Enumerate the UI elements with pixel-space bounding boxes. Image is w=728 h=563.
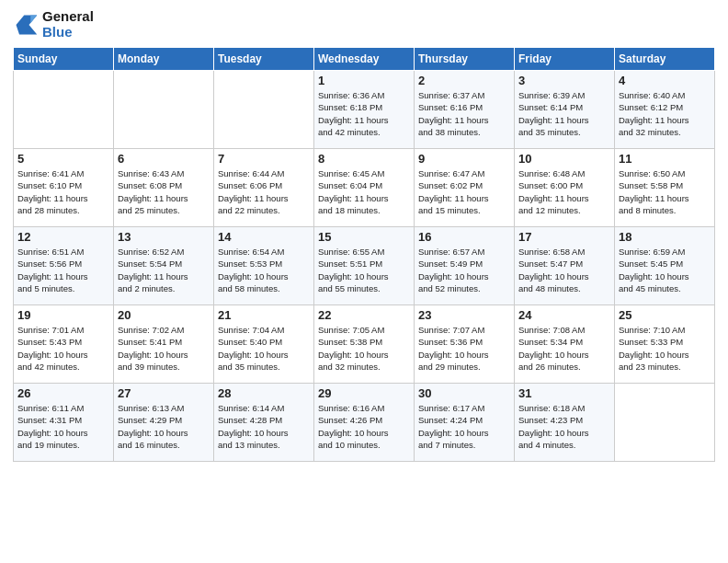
day-info: Sunrise: 6:39 AM Sunset: 6:14 PM Dayligh… [518, 89, 610, 138]
day-info: Sunrise: 6:11 AM Sunset: 4:31 PM Dayligh… [17, 402, 109, 451]
day-number: 21 [218, 308, 310, 322]
calendar-header: SundayMondayTuesdayWednesdayThursdayFrid… [14, 48, 715, 71]
calendar-week-4: 19Sunrise: 7:01 AM Sunset: 5:43 PM Dayli… [14, 305, 715, 384]
day-number: 26 [17, 386, 109, 400]
day-info: Sunrise: 6:45 AM Sunset: 6:04 PM Dayligh… [318, 167, 410, 216]
day-info: Sunrise: 7:08 AM Sunset: 5:34 PM Dayligh… [518, 324, 610, 373]
calendar-cell: 18Sunrise: 6:59 AM Sunset: 5:45 PM Dayli… [615, 227, 715, 305]
day-info: Sunrise: 6:44 AM Sunset: 6:06 PM Dayligh… [218, 167, 310, 216]
page-container: General Blue SundayMondayTuesdayWednesda… [0, 0, 728, 467]
header: General Blue [13, 9, 715, 40]
calendar-cell: 28Sunrise: 6:14 AM Sunset: 4:28 PM Dayli… [214, 384, 314, 462]
day-info: Sunrise: 6:16 AM Sunset: 4:26 PM Dayligh… [318, 402, 410, 451]
calendar-table: SundayMondayTuesdayWednesdayThursdayFrid… [13, 47, 715, 462]
day-number: 28 [218, 386, 310, 400]
weekday-header-tuesday: Tuesday [214, 48, 314, 71]
calendar-cell [615, 384, 715, 462]
calendar-cell: 20Sunrise: 7:02 AM Sunset: 5:41 PM Dayli… [114, 305, 214, 384]
day-info: Sunrise: 7:05 AM Sunset: 5:38 PM Dayligh… [318, 324, 410, 373]
day-info: Sunrise: 6:58 AM Sunset: 5:47 PM Dayligh… [518, 246, 610, 294]
day-number: 4 [619, 74, 711, 87]
calendar-cell: 15Sunrise: 6:55 AM Sunset: 5:51 PM Dayli… [314, 227, 415, 305]
day-number: 20 [118, 308, 210, 322]
day-info: Sunrise: 6:47 AM Sunset: 6:02 PM Dayligh… [418, 167, 510, 216]
day-number: 24 [518, 308, 610, 322]
calendar-cell: 12Sunrise: 6:51 AM Sunset: 5:56 PM Dayli… [14, 227, 114, 305]
calendar-cell: 8Sunrise: 6:45 AM Sunset: 6:04 PM Daylig… [314, 149, 415, 227]
calendar-cell: 10Sunrise: 6:48 AM Sunset: 6:00 PM Dayli… [515, 149, 615, 227]
calendar-cell: 21Sunrise: 7:04 AM Sunset: 5:40 PM Dayli… [214, 305, 314, 384]
day-info: Sunrise: 6:55 AM Sunset: 5:51 PM Dayligh… [318, 246, 410, 294]
day-info: Sunrise: 6:14 AM Sunset: 4:28 PM Dayligh… [218, 402, 310, 451]
day-info: Sunrise: 7:10 AM Sunset: 5:33 PM Dayligh… [619, 324, 711, 373]
calendar-cell [14, 71, 114, 149]
calendar-cell: 30Sunrise: 6:17 AM Sunset: 4:24 PM Dayli… [415, 384, 515, 462]
calendar-week-5: 26Sunrise: 6:11 AM Sunset: 4:31 PM Dayli… [14, 384, 715, 462]
day-number: 11 [619, 152, 711, 166]
day-number: 25 [619, 308, 711, 322]
calendar-cell: 2Sunrise: 6:37 AM Sunset: 6:16 PM Daylig… [415, 71, 515, 149]
day-number: 9 [418, 152, 510, 166]
day-number: 7 [218, 152, 310, 166]
day-info: Sunrise: 7:07 AM Sunset: 5:36 PM Dayligh… [418, 324, 510, 373]
day-number: 3 [518, 74, 610, 87]
logo: General Blue [13, 9, 94, 40]
day-number: 12 [17, 230, 109, 244]
weekday-header-saturday: Saturday [615, 48, 715, 71]
day-info: Sunrise: 6:41 AM Sunset: 6:10 PM Dayligh… [17, 167, 109, 216]
day-number: 19 [17, 308, 109, 322]
day-info: Sunrise: 6:36 AM Sunset: 6:18 PM Dayligh… [318, 89, 410, 138]
day-number: 17 [518, 230, 610, 244]
day-number: 16 [418, 230, 510, 244]
calendar-cell: 16Sunrise: 6:57 AM Sunset: 5:49 PM Dayli… [415, 227, 515, 305]
weekday-header-monday: Monday [114, 48, 214, 71]
calendar-cell: 5Sunrise: 6:41 AM Sunset: 6:10 PM Daylig… [14, 149, 114, 227]
day-info: Sunrise: 7:01 AM Sunset: 5:43 PM Dayligh… [17, 324, 109, 373]
day-number: 18 [619, 230, 711, 244]
day-info: Sunrise: 6:17 AM Sunset: 4:24 PM Dayligh… [418, 402, 510, 451]
calendar-week-3: 12Sunrise: 6:51 AM Sunset: 5:56 PM Dayli… [14, 227, 715, 305]
calendar-cell [114, 71, 214, 149]
day-info: Sunrise: 6:51 AM Sunset: 5:56 PM Dayligh… [17, 246, 109, 294]
logo-text: General Blue [42, 9, 94, 40]
day-number: 30 [418, 386, 510, 400]
day-number: 5 [17, 152, 109, 166]
day-info: Sunrise: 6:52 AM Sunset: 5:54 PM Dayligh… [118, 246, 210, 294]
day-info: Sunrise: 7:04 AM Sunset: 5:40 PM Dayligh… [218, 324, 310, 373]
calendar-cell: 29Sunrise: 6:16 AM Sunset: 4:26 PM Dayli… [314, 384, 415, 462]
calendar-cell: 19Sunrise: 7:01 AM Sunset: 5:43 PM Dayli… [14, 305, 114, 384]
day-info: Sunrise: 6:50 AM Sunset: 5:58 PM Dayligh… [619, 167, 711, 216]
day-number: 1 [318, 74, 410, 87]
day-info: Sunrise: 6:54 AM Sunset: 5:53 PM Dayligh… [218, 246, 310, 294]
calendar-cell: 13Sunrise: 6:52 AM Sunset: 5:54 PM Dayli… [114, 227, 214, 305]
calendar-cell: 26Sunrise: 6:11 AM Sunset: 4:31 PM Dayli… [14, 384, 114, 462]
day-number: 23 [418, 308, 510, 322]
day-number: 31 [518, 386, 610, 400]
calendar-week-2: 5Sunrise: 6:41 AM Sunset: 6:10 PM Daylig… [14, 149, 715, 227]
day-number: 27 [118, 386, 210, 400]
calendar-cell: 11Sunrise: 6:50 AM Sunset: 5:58 PM Dayli… [615, 149, 715, 227]
weekday-header-sunday: Sunday [14, 48, 114, 71]
svg-marker-1 [30, 15, 37, 23]
calendar-cell: 22Sunrise: 7:05 AM Sunset: 5:38 PM Dayli… [314, 305, 415, 384]
weekday-header-friday: Friday [515, 48, 615, 71]
calendar-cell: 9Sunrise: 6:47 AM Sunset: 6:02 PM Daylig… [415, 149, 515, 227]
day-info: Sunrise: 6:18 AM Sunset: 4:23 PM Dayligh… [518, 402, 610, 451]
calendar-cell: 14Sunrise: 6:54 AM Sunset: 5:53 PM Dayli… [214, 227, 314, 305]
calendar-cell: 27Sunrise: 6:13 AM Sunset: 4:29 PM Dayli… [114, 384, 214, 462]
day-number: 29 [318, 386, 410, 400]
day-number: 14 [218, 230, 310, 244]
weekday-row: SundayMondayTuesdayWednesdayThursdayFrid… [14, 48, 715, 71]
day-number: 13 [118, 230, 210, 244]
day-info: Sunrise: 6:13 AM Sunset: 4:29 PM Dayligh… [118, 402, 210, 451]
weekday-header-wednesday: Wednesday [314, 48, 415, 71]
day-number: 6 [118, 152, 210, 166]
weekday-header-thursday: Thursday [415, 48, 515, 71]
calendar-cell [214, 71, 314, 149]
day-info: Sunrise: 6:37 AM Sunset: 6:16 PM Dayligh… [418, 89, 510, 138]
day-number: 15 [318, 230, 410, 244]
day-number: 8 [318, 152, 410, 166]
day-info: Sunrise: 6:57 AM Sunset: 5:49 PM Dayligh… [418, 246, 510, 294]
calendar-cell: 31Sunrise: 6:18 AM Sunset: 4:23 PM Dayli… [515, 384, 615, 462]
logo-icon [13, 12, 39, 38]
